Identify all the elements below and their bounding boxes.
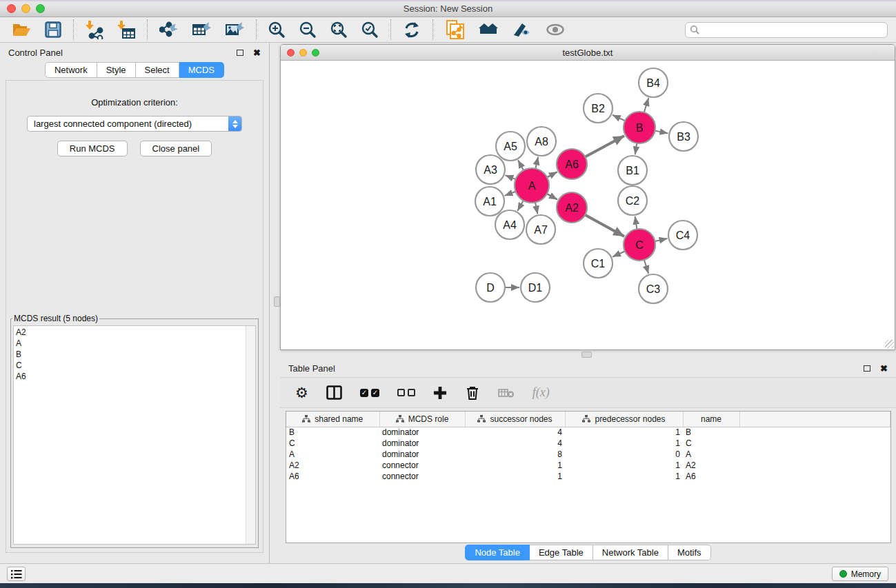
graph-node-B[interactable]: B — [624, 112, 655, 143]
column-header-MCDS-role[interactable]: MCDS role — [379, 412, 465, 427]
graph-edge-C-C2[interactable] — [635, 216, 637, 230]
graph-node-B4[interactable]: B4 — [639, 68, 668, 97]
graph-edge-B-B4[interactable] — [644, 98, 648, 113]
table-row[interactable]: Cdominator41C — [286, 438, 890, 449]
network-close-button[interactable] — [287, 49, 295, 57]
select-all-columns-icon[interactable]: ✓✓ — [360, 389, 379, 397]
table-settings-gear-icon[interactable]: ⚙ — [295, 385, 308, 400]
graph-node-C3[interactable]: C3 — [639, 274, 668, 303]
graph-node-B1[interactable]: B1 — [618, 156, 647, 185]
network-window-titlebar[interactable]: testGlobe.txt — [281, 45, 895, 61]
export-table-icon[interactable] — [192, 21, 211, 39]
search-input[interactable] — [702, 25, 883, 34]
graph-node-D[interactable]: D — [476, 273, 505, 302]
mcds-result-item[interactable]: C — [16, 360, 246, 371]
float-panel-icon[interactable] — [237, 50, 243, 56]
graph-edge-A-A8[interactable] — [535, 156, 538, 169]
graph-node-B3[interactable]: B3 — [669, 122, 698, 151]
minimize-window-button[interactable] — [21, 4, 30, 13]
graph-edge-C-C4[interactable] — [654, 239, 667, 241]
zoom-in-icon[interactable] — [268, 21, 286, 39]
add-column-icon[interactable] — [433, 386, 447, 400]
deselect-all-columns-icon[interactable] — [397, 389, 415, 396]
graph-edge-B-B3[interactable] — [655, 130, 668, 133]
column-header-shared-name[interactable]: shared name — [286, 412, 379, 427]
column-header-successor-nodes[interactable]: successor nodes — [465, 412, 565, 427]
table-row[interactable]: Bdominator41B — [286, 427, 890, 438]
graph-edge-C-C1[interactable] — [613, 251, 626, 257]
optimization-criterion-dropdown[interactable]: largest connected component (directed) — [27, 116, 242, 132]
graph-edge-A-A5[interactable] — [518, 160, 524, 171]
open-file-icon[interactable] — [12, 21, 31, 38]
mcds-result-item[interactable]: A2 — [16, 327, 246, 338]
graph-node-D1[interactable]: D1 — [521, 273, 550, 302]
graph-edge-A-A3[interactable] — [505, 175, 516, 179]
graph-node-A[interactable]: A — [515, 168, 549, 203]
show-columns-icon[interactable] — [326, 385, 342, 400]
close-table-panel-icon[interactable]: ✖ — [880, 364, 888, 373]
tab-node-table[interactable]: Node Table — [465, 545, 530, 560]
network-minimize-button[interactable] — [299, 49, 307, 57]
network-zoom-button[interactable] — [312, 49, 319, 57]
table-row[interactable]: A2connector11A2 — [286, 460, 890, 471]
tab-network[interactable]: Network — [45, 62, 97, 78]
tab-select[interactable]: Select — [136, 62, 179, 78]
import-network-icon[interactable] — [86, 21, 103, 39]
graph-edge-A2-C[interactable] — [584, 214, 624, 236]
export-image-icon[interactable] — [225, 21, 244, 39]
search-field[interactable] — [685, 22, 888, 38]
paint-eye-icon[interactable] — [512, 21, 532, 38]
delete-column-icon[interactable] — [465, 385, 480, 401]
export-network-icon[interactable] — [159, 21, 178, 39]
run-mcds-button[interactable]: Run MCDS — [57, 141, 128, 156]
table-row[interactable]: Adominator80A — [286, 449, 890, 460]
mcds-result-item[interactable]: A — [16, 338, 246, 349]
vertical-splitter-grip[interactable] — [274, 296, 280, 307]
graph-node-A2[interactable]: A2 — [557, 192, 587, 223]
close-window-button[interactable] — [7, 4, 16, 13]
zoom-window-button[interactable] — [36, 4, 45, 13]
duplicate-network-icon[interactable] — [445, 20, 464, 39]
zoom-selected-icon[interactable] — [361, 21, 379, 39]
graph-node-A8[interactable]: A8 — [527, 127, 556, 156]
graph-node-C1[interactable]: C1 — [584, 249, 613, 278]
graph-node-A5[interactable]: A5 — [496, 132, 525, 161]
float-table-panel-icon[interactable] — [864, 365, 870, 372]
tab-network-table[interactable]: Network Table — [593, 545, 668, 560]
graph-edge-A-A2[interactable] — [546, 194, 557, 200]
bird-eye-view-icon[interactable] — [546, 23, 565, 36]
graph-node-C4[interactable]: C4 — [668, 221, 697, 250]
graph-node-A7[interactable]: A7 — [526, 215, 555, 244]
table-row[interactable]: A6connector11A6 — [286, 471, 890, 482]
tab-mcds[interactable]: MCDS — [179, 62, 224, 78]
column-header-name[interactable]: name — [683, 412, 739, 427]
graph-node-A1[interactable]: A1 — [475, 187, 504, 216]
graph-node-A3[interactable]: A3 — [476, 155, 505, 184]
home-view-icon[interactable] — [478, 21, 499, 38]
horizontal-splitter-grip[interactable] — [581, 352, 592, 358]
column-header-predecessor-nodes[interactable]: predecessor nodes — [565, 412, 683, 427]
tab-edge-table[interactable]: Edge Table — [530, 545, 593, 560]
memory-button[interactable]: Memory — [832, 567, 888, 581]
network-canvas[interactable]: B4B2BB3A8A5A6B1A3AC2A1A2A4A7C4CC1DD1C3 — [281, 61, 895, 349]
graph-node-A4[interactable]: A4 — [495, 210, 524, 239]
graph-node-C2[interactable]: C2 — [618, 186, 647, 215]
graph-node-C[interactable]: C — [624, 229, 655, 261]
graph-node-B2[interactable]: B2 — [584, 94, 613, 123]
import-table-icon[interactable] — [117, 21, 135, 39]
graph-edge-C-C3[interactable] — [644, 259, 649, 274]
graph-edge-A-A6[interactable] — [546, 172, 557, 177]
graph-edge-A-A1[interactable] — [505, 191, 517, 195]
save-session-icon[interactable] — [45, 21, 61, 38]
close-panel-button[interactable]: Close panel — [140, 141, 212, 156]
graph-edge-A-A7[interactable] — [535, 202, 538, 214]
task-history-button[interactable] — [7, 567, 26, 581]
refresh-icon[interactable] — [403, 21, 421, 39]
tab-motifs[interactable]: Motifs — [668, 545, 711, 560]
close-panel-icon[interactable]: ✖ — [253, 48, 261, 57]
mcds-result-item[interactable]: B — [16, 349, 246, 360]
window-resize-grip[interactable] — [885, 340, 894, 349]
tab-style[interactable]: Style — [97, 62, 136, 78]
graph-edge-A6-B[interactable] — [584, 136, 624, 157]
graph-edge-B-B1[interactable] — [635, 143, 637, 155]
